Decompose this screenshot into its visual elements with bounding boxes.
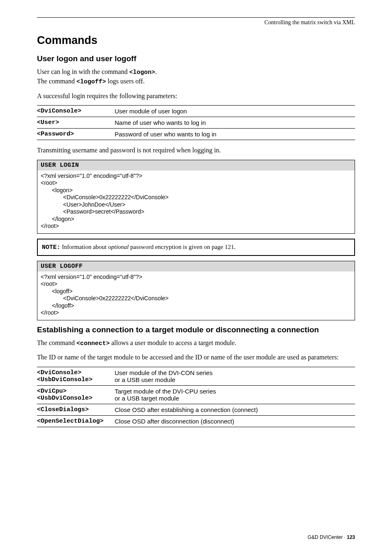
page-title: Commands	[37, 34, 355, 47]
param-desc: Close OSD after establishing a connectio…	[115, 404, 355, 415]
note-text: Information about	[60, 244, 108, 250]
param-desc: User module of the DVI-CON series or a U…	[115, 367, 355, 385]
page-footer: G&D DVICenter · 123	[308, 534, 355, 540]
running-head: Controlling the matrix switch via XML	[37, 19, 355, 26]
section-heading-connection: Establishing a connection to a target mo…	[37, 325, 355, 334]
text-span: User can log in with the command	[37, 68, 129, 75]
param-key: <User>	[37, 117, 115, 129]
table-row: <DviConsole> User module of user logon	[37, 106, 355, 117]
param-key: <DviCpu> <UsbDviConsole>	[37, 385, 115, 404]
note-label: NOTE:	[42, 244, 60, 251]
param-key: <Password>	[37, 129, 115, 140]
param-desc: Password of user who wants to log in	[115, 129, 355, 140]
note-text: password encryption is given on page 121…	[129, 244, 235, 250]
param-key: <DviConsole> <UsbDviConsole>	[37, 367, 115, 385]
connect-param-table: <DviConsole> <UsbDviConsole> User module…	[37, 367, 355, 427]
note-italic: optional	[108, 244, 129, 250]
section-heading-logon: User logon and user logoff	[37, 54, 355, 63]
text-span: The command	[37, 78, 76, 85]
text-span: logs users off.	[106, 78, 145, 85]
text-span: .	[155, 68, 157, 75]
paragraph: Transmitting username and password is no…	[37, 146, 355, 155]
command-connect: <connect>	[76, 340, 110, 347]
paragraph: A successful login requires the followin…	[37, 92, 355, 101]
param-desc: Name of user who wants to log in	[115, 117, 355, 129]
login-param-table: <DviConsole> User module of user logon <…	[37, 105, 355, 140]
command-logon: <logon>	[129, 69, 155, 76]
paragraph-intro: User can log in with the command <logon>…	[37, 67, 355, 87]
code-block-login: <?xml version="1.0" encoding="utf-8"?> <…	[37, 170, 355, 234]
paragraph: The command <connect> allows a user modu…	[37, 338, 355, 348]
param-key: <DviConsole>	[37, 106, 115, 117]
table-row: <CloseDialogs> Close OSD after establish…	[37, 404, 355, 415]
top-rule	[37, 17, 355, 18]
table-row: <User> Name of user who wants to log in	[37, 117, 355, 129]
text-span: allows a user module to access a target …	[110, 339, 236, 346]
param-key: <CloseDialogs>	[37, 404, 115, 415]
code-header-logoff: USER LOGOFF	[37, 261, 355, 272]
table-row: <Password> Password of user who wants to…	[37, 129, 355, 140]
param-desc: User module of user logon	[115, 106, 355, 117]
table-row: <DviConsole> <UsbDviConsole> User module…	[37, 367, 355, 385]
param-desc: Target module of the DVI-CPU series or a…	[115, 385, 355, 404]
command-logoff: <logoff>	[76, 78, 106, 85]
param-desc: Close OSD after disconnection (disconnec…	[115, 415, 355, 427]
table-row: <OpenSelectDialog> Close OSD after disco…	[37, 415, 355, 427]
paragraph: The ID or name of the target module to b…	[37, 353, 355, 362]
note-box: NOTE: Information about optional passwor…	[37, 239, 355, 256]
footer-text: G&D DVICenter ·	[308, 534, 347, 540]
code-block-logoff: <?xml version="1.0" encoding="utf-8"?> <…	[37, 272, 355, 320]
text-span: The command	[37, 339, 76, 346]
table-row: <DviCpu> <UsbDviConsole> Target module o…	[37, 385, 355, 404]
code-header-login: USER LOGIN	[37, 160, 355, 170]
page-number: 123	[347, 534, 355, 540]
param-key: <OpenSelectDialog>	[37, 415, 115, 427]
